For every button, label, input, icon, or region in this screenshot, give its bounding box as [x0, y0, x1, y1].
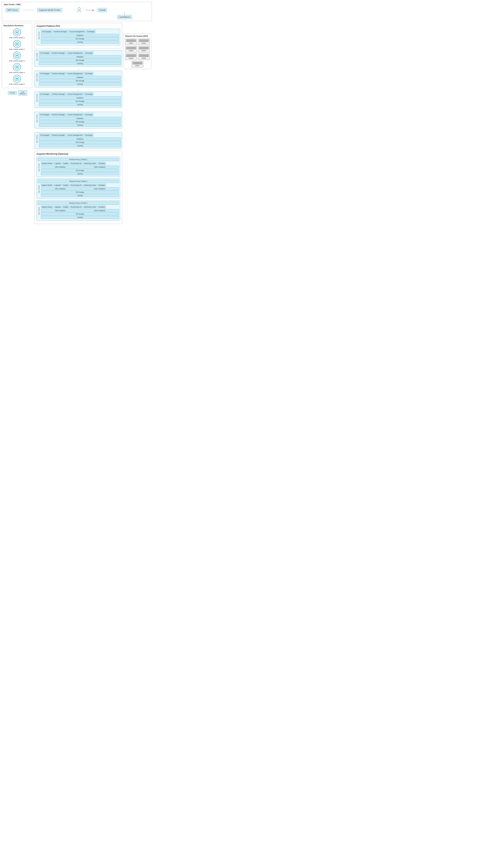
smtp-box: SMTP Server	[6, 8, 20, 12]
user-icon	[76, 7, 82, 13]
hdd-label-5: HDD5	[126, 57, 136, 59]
chip-runtime-6: Runtime Manager	[51, 134, 66, 137]
monitoring-block-2: Reverse Proxy ( NGINX ) Ops Center Inges…	[37, 178, 120, 199]
ops-inner-4: Ops Center API Manager Runtime Manager A…	[36, 93, 121, 107]
dmz-section: Data Center / DMZ SMTP Server Supported …	[2, 2, 152, 21]
mon-db-row-3: Influx Database Stolon Database	[41, 209, 119, 212]
chip-access-mgmt-pce: Access Management	[69, 30, 85, 33]
ops-content-4: API Manager Runtime Manager Access Manag…	[39, 93, 121, 107]
mon-ops-content-2: Ingestor Router Logstash Insights Provis…	[41, 184, 119, 197]
chip-access-5: Access Management	[66, 113, 84, 116]
hdd-lines-4	[139, 47, 149, 49]
ops-label-4: Ops Center	[36, 93, 38, 103]
monitoring-block-1: Reverse Proxy ( NGINX ) Ops Center Inges…	[37, 157, 120, 177]
hdd-line-5c	[126, 56, 136, 57]
hdd-line-1c	[126, 41, 136, 42]
fs-3: File Storage	[39, 79, 121, 82]
mule-icon-5: M	[13, 75, 21, 83]
influx-db-2: Influx Database	[41, 187, 80, 190]
hdd-3: HDD3	[125, 46, 137, 52]
hdd-lines-1	[126, 40, 136, 42]
mon-ops-inner-3: Ops Center Ingestor Router Logstash Insi…	[38, 206, 119, 219]
hdd-5: HDD5	[125, 54, 137, 60]
ops-content-5: API Manager Runtime Manager Access Manag…	[39, 113, 121, 127]
fs-pce: File Storage	[41, 37, 119, 40]
chip-insights-1: Insights	[62, 162, 69, 165]
chip-access-4: Access Management	[66, 93, 84, 96]
center-panel: Anypoint Platform PCE Ops Center API Man…	[34, 23, 122, 224]
diagram-root: Data Center / DMZ SMTP Server Supported …	[0, 0, 154, 226]
chip-runtime-4: Runtime Manager	[51, 93, 66, 96]
hdd-line-1b	[126, 40, 136, 41]
lb-wrapper: Load Balancer	[117, 12, 132, 19]
mon-ops-label-3: Ops Center	[38, 206, 40, 216]
ops-content-6: API Manager Runtime Manager Access Manag…	[39, 134, 121, 148]
hdd-lines-7	[133, 62, 142, 64]
arrow-dashed	[23, 10, 34, 10]
ops-label-6: Ops Center	[36, 134, 38, 144]
chip-insights-3: Insights	[62, 206, 69, 208]
hdd-7: HDD7	[132, 61, 143, 68]
hdd-line-4a	[139, 47, 149, 48]
hdd-label-6: HDD6	[139, 57, 149, 59]
db-4: Database	[39, 96, 121, 99]
chip-exchange-6: Exchange	[84, 134, 93, 137]
mule-m-icon-4: M	[14, 65, 20, 70]
mule-m-icon-2: M	[14, 41, 20, 46]
ops-chips-4: API Manager Runtime Manager Access Manag…	[39, 93, 121, 96]
chip-visualizer-3: Visualizer	[97, 206, 106, 208]
mon-services-3: Ingestor Router Logstash Insights Provis…	[41, 206, 119, 208]
reverse-proxy-header-3: Reverse Proxy ( NGINX )	[38, 202, 119, 205]
monitoring-block-3: Reverse Proxy ( NGINX ) Ops Center Inges…	[37, 200, 120, 220]
ops-block-2: Ops Center API Manager Runtime Manager A…	[34, 50, 122, 67]
hdd-line-2b	[139, 40, 149, 41]
chip-api-4: API Manager	[39, 93, 51, 96]
hdd-6: HDD6	[138, 54, 150, 60]
arrow-to-firewall: ▶	[85, 9, 94, 11]
stolon-db-3: Stolon Database	[80, 209, 119, 212]
chip-exchange-2: Exchange	[84, 51, 93, 55]
chip-api-6: API Manager	[39, 134, 51, 137]
hdd-line-7a	[133, 62, 142, 62]
chip-logstash-1: Logstash	[54, 162, 62, 165]
chip-runtime-3: Runtime Manager	[51, 72, 66, 75]
mon-db-row-1: Influx Database Stolon Database	[41, 166, 119, 168]
ops-block-6: Ops Center API Manager Runtime Manager A…	[34, 132, 122, 149]
ops-content-pce: API Manager Runtime Manager Access Manag…	[41, 30, 119, 44]
chip-exchange-4: Exchange	[84, 93, 93, 96]
svg-text:M: M	[16, 31, 18, 34]
mon-ops-content-3: Ingestor Router Logstash Insights Provis…	[41, 206, 119, 219]
hdd-grid: HDD1 HDD2	[125, 39, 150, 60]
cache-pce: Caching	[41, 41, 119, 44]
dmz-arrows	[23, 10, 34, 10]
chip-exchange-3: Exchange	[84, 72, 93, 75]
hdd-line-3c	[126, 49, 136, 49]
hdd-label-7: HDD7	[133, 65, 142, 66]
mon-ops-inner-2: Ops Center Ingestor Router Logstash Insi…	[38, 184, 119, 197]
hdd-line-5a	[126, 54, 136, 55]
ops-inner-5: Ops Center API Manager Runtime Manager A…	[36, 113, 121, 127]
chip-runtime-2: Runtime Manager	[51, 51, 66, 55]
mule-engine-1: M Mule runtime engine 1	[3, 28, 31, 39]
hdd-line-6a	[139, 54, 149, 55]
firewall-main-box: Firewall	[8, 91, 17, 95]
chip-monitoring-center-1: Monitoring Center	[83, 162, 97, 165]
ops-label-2: Ops Center	[36, 51, 38, 62]
db-5: Database	[39, 117, 121, 120]
identity-label: Supported Identity Provider	[39, 9, 61, 11]
chip-api-2: API Manager	[39, 51, 51, 55]
mon-fs-1: File Storage	[41, 169, 119, 172]
mule-label-5: Mule runtime engine 5	[9, 83, 25, 85]
chip-runtime-manager-pce: Runtime Manager	[53, 30, 68, 33]
lb-dmz-box: Load Balancer	[117, 15, 132, 19]
mule-engine-3: M Mule runtime engine 3	[3, 52, 31, 62]
hdd-line-4c	[139, 49, 149, 49]
ops-chips-2: API Manager Runtime Manager Access Manag…	[39, 51, 121, 55]
left-panel: Standalone Runtimes M Mule runtime engin…	[2, 23, 33, 224]
cache-6: Caching	[39, 144, 121, 147]
down-arrow-2-3: ↓	[34, 68, 122, 70]
mule-engine-5: M Mule runtime engine 5	[3, 75, 31, 85]
mon-ops-inner-1: Ops Center Ingestor Router Logstash Insi…	[38, 162, 119, 176]
mule-label-4: Mule runtime engine 4	[9, 72, 25, 73]
mule-icon-3: M	[13, 52, 21, 60]
